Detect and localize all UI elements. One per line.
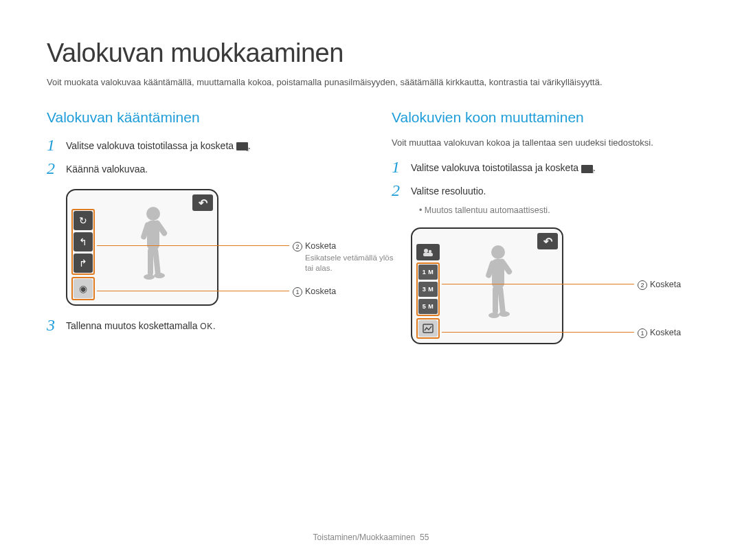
resolution-group-highlight: 1 M 3 M 5 M [416, 262, 440, 316]
callout-line [97, 291, 289, 291]
svg-rect-13 [497, 287, 506, 315]
step-text: Valitse resoluutio. [411, 182, 486, 199]
svg-rect-18 [423, 253, 433, 256]
svg-point-14 [488, 313, 499, 318]
sidebar-buttons: 1 M 3 M 5 M [416, 244, 440, 339]
step-row: 1 Valitse valokuva toistotilassa ja kosk… [392, 159, 695, 175]
screen: ↶ ↻ ↰ [66, 189, 218, 306]
callout-2: 2Kosketa [638, 279, 681, 290]
page-footer: Toistaminen/Muokkaaminen 55 [0, 533, 742, 542]
step-row: 1 Valitse valokuva toistotilassa ja kosk… [47, 137, 350, 153]
svg-point-0 [146, 207, 160, 221]
callout-touch-label: Kosketa [305, 287, 336, 296]
callout-1: 1Kosketa [638, 327, 681, 338]
resize-tool-button[interactable] [418, 320, 438, 337]
step-row: 2 Valitse resoluutio. [392, 182, 695, 199]
sidebar-buttons: ↻ ↰ ↱ ◉ [71, 209, 95, 300]
callout-line [97, 245, 289, 246]
edit-icon [236, 142, 248, 150]
svg-point-15 [499, 311, 510, 317]
callouts: 2Kosketa 1Kosketa [589, 227, 741, 344]
person-silhouette [467, 243, 529, 339]
col-rotate: Valokuvan kääntäminen 1 Valitse valokuva… [47, 109, 350, 355]
step-text: Valitse valokuva toistotilassa ja kosket… [411, 159, 596, 175]
res-3m-button[interactable]: 3 M [418, 282, 438, 297]
device-illustration-rotate: ↶ ↻ ↰ [66, 189, 218, 306]
res-3m-label: 3 M [418, 282, 438, 297]
footer-section: Toistaminen/Muokkaaminen [313, 533, 416, 542]
circled-2-icon: 2 [638, 280, 647, 290]
step-text: Tallenna muutos koskettamalla OK. [66, 317, 216, 333]
res-1m-button[interactable]: 1 M [418, 265, 438, 280]
back-icon: ↶ [543, 235, 552, 248]
svg-rect-5 [153, 248, 161, 276]
heading-resize: Valokuvien koon muuttaminen [392, 109, 695, 126]
back-icon: ↶ [199, 197, 207, 210]
page-intro: Voit muokata valokuvaa kääntämällä, muut… [47, 76, 695, 89]
res-1m-label: 1 M [418, 265, 438, 280]
step-number: 1 [47, 137, 59, 153]
step-row: 3 Tallenna muutos koskettamalla OK. [47, 317, 350, 333]
step-text: Valitse valokuva toistotilassa ja kosket… [66, 137, 251, 153]
person-silhouette [122, 204, 184, 300]
tool-highlight [416, 318, 440, 339]
svg-rect-4 [148, 248, 153, 276]
svg-point-6 [144, 274, 155, 280]
back-button[interactable]: ↶ [537, 233, 558, 249]
bullet-text: Muutos tallentuu automaattisesti. [425, 205, 550, 215]
resize-sub: Voit muuttaa valokuvan kokoa ja tallenta… [392, 137, 695, 149]
callout-line [442, 332, 634, 333]
people-icon [422, 247, 434, 257]
res-5m-label: 5 M [418, 299, 438, 314]
callout-touch-label: Kosketa [650, 328, 681, 337]
circled-1-icon: 1 [638, 328, 647, 338]
screen: ↶ [411, 227, 563, 344]
step-number: 1 [392, 159, 404, 175]
svg-point-16 [424, 249, 428, 253]
callouts: 2Kosketa Esikatsele vetämällä ylös tai a… [245, 189, 396, 306]
step-bullet: • Muutos tallentuu automaattisesti. [419, 205, 695, 215]
step-number: 3 [47, 317, 59, 333]
back-button[interactable]: ↶ [192, 194, 213, 211]
callout-2: 2Kosketa Esikatsele vetämällä ylös tai a… [293, 240, 396, 273]
edit-icon [581, 165, 593, 173]
svg-point-17 [429, 250, 431, 253]
step-3-text: Tallenna muutos koskettamalla [66, 320, 200, 331]
circled-2-icon: 2 [293, 242, 302, 251]
circled-1-icon: 1 [293, 287, 302, 297]
step-number: 2 [47, 160, 59, 177]
tool-highlight: ◉ [71, 277, 95, 300]
rotate-right-button[interactable]: ↱ [74, 254, 93, 273]
rotate-tool-button[interactable]: ◉ [74, 279, 93, 298]
rotate-group-highlight: ↻ ↰ ↱ [71, 209, 95, 275]
callout-touch-label: Kosketa [305, 241, 336, 251]
step-text: Käännä valokuvaa. [66, 160, 148, 177]
step-1-text: Valitse valokuva toistotilassa ja kosket… [66, 140, 236, 151]
svg-point-8 [491, 245, 505, 259]
two-column-layout: Valokuvan kääntäminen 1 Valitse valokuva… [47, 109, 695, 355]
svg-rect-12 [493, 287, 498, 314]
col-resize: Valokuvien koon muuttaminen Voit muuttaa… [392, 109, 695, 355]
step-row: 2 Käännä valokuvaa. [47, 160, 350, 177]
device-illustration-resize: ↶ [411, 227, 563, 344]
callout-1: 1Kosketa [293, 286, 336, 297]
callout-preview-text: Esikatsele vetämällä ylös tai alas. [305, 253, 396, 273]
res-5m-button[interactable]: 5 M [418, 299, 438, 314]
people-icon-button[interactable] [416, 244, 440, 260]
footer-page-number: 55 [420, 533, 429, 542]
page-title: Valokuvan muokkaaminen [47, 38, 695, 68]
resize-icon [423, 324, 434, 333]
rotate-left-button[interactable]: ↰ [74, 232, 93, 251]
callout-line [442, 284, 634, 284]
step-1-text: Valitse valokuva toistotilassa ja kosket… [411, 162, 581, 173]
svg-point-7 [154, 273, 165, 278]
ok-label: OK [200, 322, 212, 331]
heading-rotate: Valokuvan kääntäminen [47, 109, 350, 126]
rotate-180-button[interactable]: ↻ [74, 211, 93, 230]
callout-touch-label: Kosketa [650, 280, 681, 289]
